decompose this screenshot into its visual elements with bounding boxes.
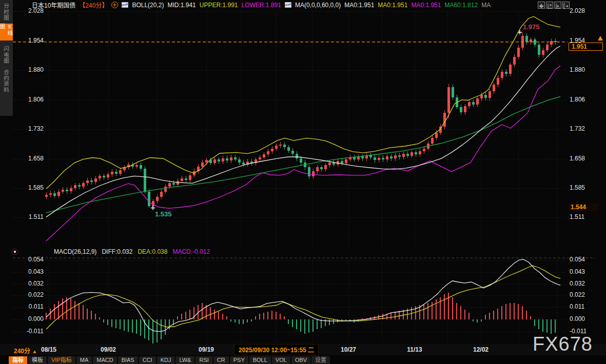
toolbar-button-KDJ[interactable]: KDJ <box>157 356 175 364</box>
ma-params: MA(0,0,0,60,0,0) <box>295 2 341 9</box>
toolbar-button-MA[interactable]: MA <box>76 356 92 364</box>
toolbar-button-设置[interactable]: 设置 <box>311 356 330 364</box>
ma60-line <box>46 97 560 213</box>
watermark: FX678 <box>533 333 593 355</box>
timeframe-label: 240分 <box>14 348 30 355</box>
boll-indicator-icon[interactable] <box>122 2 128 8</box>
chart-header: 日本10年期国债 【240分】 BOLL(20,2) MID:1.941 UPP… <box>32 1 491 9</box>
selected-candle-datetime: 2025/09/30 12:00~15:55 二 <box>234 344 319 355</box>
price-axis-label-left: 1.511 <box>17 213 44 220</box>
toolbar-button-OBV[interactable]: OBV <box>291 356 310 364</box>
price-axis-label-left: 1.806 <box>17 96 44 103</box>
toolbar-button-BOLL[interactable]: BOLL <box>249 356 271 364</box>
price-axis-label-right: 2.028 <box>570 7 585 14</box>
macd-histogram <box>46 293 555 343</box>
sidebar: 分时图K线图闪电图合约资料 <box>0 0 13 116</box>
price-axis-label-right: 1.658 <box>570 155 585 162</box>
boll-upper-value: UPPER:1.991 <box>200 2 238 9</box>
indicator-toolbar: 指标模板VIP指标MAMACDBIASCCIKDJLW&RSICRPSYBOLL… <box>0 356 606 364</box>
x-axis-row: 240分 ▲ 2025/09/30 12:00~15:55 二 08/1509/… <box>0 344 606 355</box>
period-low-box: 1.544 <box>569 204 598 211</box>
toolbar-button-VIP指标[interactable]: VIP指标 <box>48 356 75 364</box>
ma-value: MA0:1.951 <box>378 2 407 9</box>
chart-canvas[interactable]: 1.5351.975 <box>0 0 606 364</box>
macd-dea-line <box>46 266 560 329</box>
sidebar-item-闪电图[interactable]: 闪电图 <box>0 45 13 65</box>
boll-mid-value: MID:1.941 <box>167 2 196 9</box>
instrument-title: 日本10年期国债 <box>32 1 75 9</box>
scale-up-tool-icon[interactable] <box>546 2 553 9</box>
macd-axis-label-right: 0.032 <box>570 280 585 287</box>
macd-axis-label-right: 0.043 <box>570 268 585 275</box>
period-label[interactable]: 【240分】 <box>79 1 108 9</box>
macd-params: MACD(26,12,9) <box>54 248 96 255</box>
macd-macd-value: MACD:-0.012 <box>172 248 210 255</box>
toolbar-button-CCI[interactable]: CCI <box>139 356 156 364</box>
scale-right-tool-icon[interactable] <box>554 2 561 9</box>
ma-values: MA0:1.951MA0:1.951MA0:1.951MA60:1.812MA <box>344 2 491 9</box>
toolbar-button-PSY[interactable]: PSY <box>230 356 248 364</box>
toolbar-button-CR[interactable]: CR <box>213 356 229 364</box>
toolbar-button-MACD[interactable]: MACD <box>93 356 116 364</box>
x-axis-date-label: 11/13 <box>407 346 422 353</box>
toolbar-button-RSI[interactable]: RSI <box>196 356 212 364</box>
macd-axis-label-left: 0.032 <box>13 280 44 287</box>
macd-axis-label-left: 0.043 <box>13 268 44 275</box>
macd-header: MACD(26,12,9) DIFF:0.032 DEA:0.038 MACD:… <box>54 248 210 255</box>
toolbar-button-指标[interactable]: 指标 <box>9 356 27 364</box>
price-axis-label-right: 1.511 <box>570 213 584 220</box>
toolbar-button-模板[interactable]: 模板 <box>28 356 47 364</box>
price-axis-label-left: 1.954 <box>17 37 44 44</box>
macd-axis-label-right: 0.011 <box>570 303 584 310</box>
macd-dea-value: DEA:0.038 <box>138 248 167 255</box>
macd-axis-label-right: 0.000 <box>570 315 585 322</box>
sidebar-item-分时图[interactable]: 分时图 <box>0 2 13 22</box>
sidebar-item-合约资料[interactable]: 合约资料 <box>0 67 13 95</box>
sidebar-item-K线图[interactable]: K线图 <box>0 24 13 41</box>
macd-diff-value: DIFF:0.032 <box>102 248 132 255</box>
x-axis-date-label: 09/19 <box>199 346 214 353</box>
candles <box>45 32 557 208</box>
x-axis-date-label: 12/02 <box>473 346 488 353</box>
macd-axis-label-left: 0.011 <box>13 303 44 310</box>
boll-lower-value: LOWER:1.891 <box>242 2 281 9</box>
price-axis-label-right: 1.880 <box>570 66 585 73</box>
price-axis-label-right: 1.732 <box>570 125 585 132</box>
price-up-arrow-icon <box>598 36 603 41</box>
price-axis-label-left: 1.732 <box>17 125 44 132</box>
price-axis-label-right: 1.585 <box>570 184 585 191</box>
trading-app-window: 1.5351.975 分时图K线图闪电图合约资料 日本10年期国债 【240分】… <box>0 0 606 364</box>
boll-lower-line <box>46 66 560 241</box>
toolbar-button-BIAS[interactable]: BIAS <box>118 356 138 364</box>
timeframe-selector[interactable]: 240分 ▲ <box>14 346 37 355</box>
ma-value: MA <box>481 2 491 9</box>
x-axis-date-label: 09/02 <box>101 346 116 353</box>
boll-mid-line <box>46 46 560 217</box>
price-marker-label: 1.535 <box>155 210 172 218</box>
price-axis-label-left: 1.658 <box>17 155 44 162</box>
macd-axis-label-right: 0.054 <box>570 256 585 263</box>
boll-params: BOLL(20,2) <box>132 2 164 9</box>
macd-axis-label-left: 0.022 <box>13 291 44 298</box>
timeframe-arrow-icon: ▲ <box>32 349 37 354</box>
macd-axis-label-left: 0.054 <box>13 256 44 263</box>
ma-value: MA0:1.951 <box>344 2 374 9</box>
shift-right-tool-icon[interactable] <box>562 2 570 9</box>
macd-axis-label-right: 0.022 <box>570 291 585 298</box>
ma-value: MA60:1.812 <box>444 2 478 9</box>
current-price-box: 1.951 <box>569 43 603 51</box>
price-axis-label-right: 1.806 <box>570 96 585 103</box>
macd-axis-label-left: 0.000 <box>13 315 44 322</box>
crosshair-tool-icon[interactable] <box>538 2 545 9</box>
price-axis-label-left: 1.585 <box>17 184 44 191</box>
x-axis-date-label: 10/27 <box>341 346 356 353</box>
toolbar-button-VOL[interactable]: VOL <box>272 356 290 364</box>
price-axis-label-left: 1.880 <box>17 66 44 73</box>
price-marker-label: 1.975 <box>523 23 540 31</box>
toolbar-button-LW&[interactable]: LW& <box>175 356 194 364</box>
ma-indicator-icon[interactable] <box>285 2 291 8</box>
indicator-target-icon[interactable] <box>12 249 18 255</box>
period-options-icon[interactable] <box>111 2 118 8</box>
ma-value: MA0:1.951 <box>411 2 441 9</box>
gridlines <box>13 11 567 341</box>
